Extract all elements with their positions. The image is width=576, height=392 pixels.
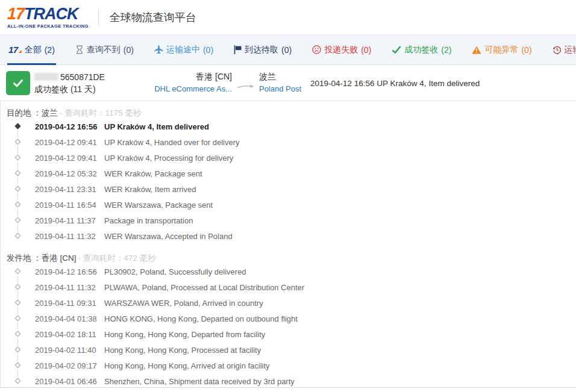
tracking-event-row: 2019-04-02 18:11Hong Kong, Hong Kong, De… [1,326,576,342]
event-time: 2019-04-02 18:11 [35,330,96,339]
event-time: 2019-04-01 06:46 [35,377,97,386]
timeline-diamond-icon [15,331,21,337]
section-query-time: - 查询耗时：472 毫秒 [78,254,156,263]
tracking-event-row: 2019-04-11 23:31WER Kraków, Item arrived [1,181,576,197]
tracking-event-row: 2019-04-12 16:56UP Kraków 4, Item delive… [1,119,576,134]
delivered-check-icon [6,71,30,95]
event-time: 2019-04-11 23:31 [35,185,96,194]
tab-label: 全部 [25,45,42,55]
header-divider [98,9,99,26]
tracking-event-row: 2019-04-11 11:32PLWAWA, Poland, Processe… [1,279,576,295]
tab-failed[interactable]: 投递失败(0) [311,35,372,64]
hourglass-icon [75,45,84,54]
logo-track-text: TRACK [24,5,78,23]
tab-count: (2) [45,45,55,55]
page-title: 全球物流查询平台 [110,10,196,25]
event-description: WER Kraków, Package sent [104,169,202,178]
logo-17-text: 17 [7,5,24,23]
tracking-event-row: 2019-04-11 11:37Package in transportatio… [1,213,576,228]
event-time: 2019-04-02 11:40 [35,346,96,355]
route-arrow-icon [237,81,255,92]
event-time: 2019-04-12 16:56 [35,267,97,276]
tracking-event-row: 2019-04-04 01:38HONG KONG, Hong Kong, De… [1,311,576,326]
tab-count: (0) [203,45,213,55]
tab-in-transit[interactable]: 运输途中(0) [153,35,214,64]
timeline-diamond-icon [15,299,21,305]
tracking-event-row: 2019-04-02 11:40Hong Kong, Hong Kong, Pr… [1,342,576,358]
event-description: HONG KONG, Hong Kong, Departed on outbou… [104,314,298,323]
timeline-diamond-icon [15,154,21,160]
event-description: PLWAWA, Poland, Processed at Local Distr… [104,283,304,292]
event-time: 2019-04-02 09:17 [35,361,97,370]
tab-count: (0) [281,45,292,55]
event-description: Shenzhen, China, Shipment data received … [104,377,295,386]
event-description: Hong Kong, Hong Kong, Arrived at origin … [104,361,270,370]
destination-region: 波兰 [259,70,301,83]
sad-face-icon [312,45,321,54]
event-time: 2019-04-12 16:56 [35,122,97,131]
origin-region: 香港 [CN] [136,70,232,83]
tab-label: 运输过久 [565,45,576,55]
tab-pickup[interactable]: 到达待取(0) [233,35,293,64]
timeline-diamond-icon [15,268,21,274]
timeline-diamond-icon [15,362,21,368]
tab-delivered[interactable]: 成功签收(2) [390,35,452,64]
tab-exception[interactable]: 可能异常(0) [471,35,533,64]
tracking-number-line: 5650871DE [34,70,105,83]
event-description: UP Kraków 4, Handed over for delivery [104,138,239,147]
airplane-icon [154,45,163,54]
section-title-text: 目的地 ：波兰 [7,108,58,117]
timeline-diamond-icon [15,123,21,129]
event-time: 2019-04-12 05:32 [35,169,97,178]
timeline-diamond-icon [15,232,21,238]
tab-count: (0) [361,45,371,55]
event-time: 2019-04-11 11:32 [35,232,96,241]
tracking-number: 5650871DE [60,72,105,82]
timeline-diamond-icon [15,217,21,223]
tab-not-found[interactable]: 查询不到(0) [74,35,135,64]
site-logo[interactable]: 17TRACK ALL-IN-ONE PACKAGE TRACKING [7,6,89,29]
event-time: 2019-04-11 11:37 [35,216,96,225]
tracking-event-row: 2019-04-02 09:17Hong Kong, Hong Kong, Ar… [1,358,576,373]
logo-17-icon: 17 [8,45,22,55]
tab-all[interactable]: 17全部(2) [7,35,56,64]
event-time: 2019-04-12 09:41 [35,154,97,163]
tracking-event-row: 2019-04-12 05:32WER Kraków, Package sent [1,166,576,181]
tracking-event-row: 2019-04-11 11:32WER Warszawa, Accepted i… [1,228,576,244]
check-icon [392,46,401,54]
logo-wordmark: 17TRACK [7,6,89,22]
event-description: WER Warszawa, Package sent [104,201,213,210]
event-time: 2019-04-11 09:31 [35,299,96,308]
tab-label: 运输途中 [166,45,200,55]
package-status-label: 成功签收 (11 天) [34,83,105,96]
timeline-diamond-icon [15,138,21,145]
origin-carrier-link[interactable]: DHL eCommerce As... [154,83,232,95]
tab-expired[interactable]: 运输过久(0) [551,35,576,64]
timeline-diamond-icon [15,284,21,290]
flag-icon [234,45,242,54]
origin-column: 香港 [CN] DHL eCommerce As... [136,70,232,95]
timeline-diamond-icon [15,185,21,191]
event-description: WER Warszawa, Accepted in Poland [104,232,233,241]
event-time: 2019-04-12 09:41 [35,138,97,147]
latest-event-summary: 2019-04-12 16:56 UP Kraków 4, Item deliv… [310,65,480,101]
section-title-text: 发件地 ：香港 [CN] [7,254,77,263]
timeline-section-origin: 发件地 ：香港 [CN]- 查询耗时：472 毫秒2019-04-12 16:5… [1,246,576,388]
site-header: 17TRACK ALL-IN-ONE PACKAGE TRACKING 全球物流… [0,0,576,34]
event-time: 2019-04-04 01:38 [35,314,97,323]
section-query-time: - 查询耗时：1175 毫秒 [60,108,142,117]
redacted-tracking-prefix [34,73,58,81]
tab-label: 查询不到 [87,45,121,55]
tracking-event-row: 2019-04-12 09:41UP Kraków 4, Handed over… [1,134,576,150]
section-title: 发件地 ：香港 [CN]- 查询耗时：472 毫秒 [1,246,576,264]
timeline-diamond-icon [15,315,21,321]
tab-label: 成功签收 [404,45,438,55]
status-filter-tabbar: 17全部(2)查询不到(0)运输途中(0)到达待取(0)投递失败(0)成功签收(… [0,34,576,65]
package-summary-row[interactable]: 5650871DE 成功签收 (11 天) 香港 [CN] DHL eComme… [0,65,576,101]
tab-label: 到达待取 [245,45,278,55]
history-clock-icon [553,45,562,54]
tracking-event-row: 2019-04-01 06:46Shenzhen, China, Shipmen… [1,373,576,388]
section-title: 目的地 ：波兰- 查询耗时：1175 毫秒 [1,101,576,119]
destination-carrier-link[interactable]: Poland Post [259,83,301,95]
event-description: UP Kraków 4, Item delivered [104,122,209,131]
